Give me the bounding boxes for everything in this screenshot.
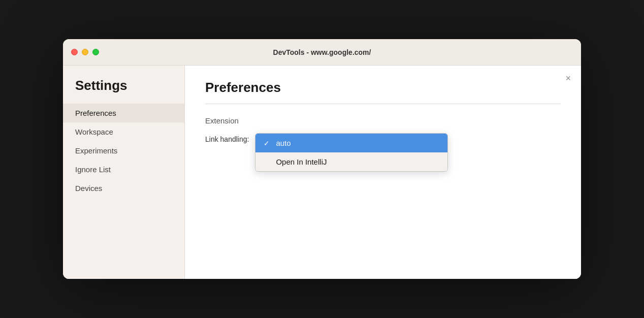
page-title: Preferences [205, 80, 561, 96]
link-handling-dropdown[interactable]: ✓ auto Open In IntelliJ [255, 133, 448, 172]
window-wrapper: DevTools - www.google.com/ Settings Pref… [63, 39, 581, 279]
field-label: Link handling: [205, 133, 249, 143]
titlebar-title: DevTools - www.google.com/ [273, 48, 371, 56]
close-button[interactable]: × [565, 74, 571, 83]
sidebar-item-workspace[interactable]: Workspace [63, 122, 184, 141]
titlebar: DevTools - www.google.com/ [63, 39, 581, 66]
option-auto-label: auto [276, 139, 291, 147]
sidebar-item-experiments[interactable]: Experiments [63, 141, 184, 160]
dropdown-option-auto[interactable]: ✓ auto [255, 134, 447, 152]
checkmark-icon: ✓ [264, 139, 272, 147]
link-handling-row: Link handling: ✓ auto Open In IntelliJ [205, 133, 561, 172]
traffic-lights [71, 49, 99, 55]
title-divider [205, 104, 561, 104]
content-area: Settings Preferences Workspace Experimen… [63, 66, 581, 279]
sidebar-item-devices[interactable]: Devices [63, 179, 184, 198]
main-content: × Preferences Extension Link handling: ✓… [185, 66, 581, 279]
maximize-traffic-light[interactable] [92, 49, 99, 55]
minimize-traffic-light[interactable] [82, 49, 88, 55]
sidebar-heading: Settings [63, 78, 184, 104]
option-intellij-label: Open In IntelliJ [276, 157, 327, 166]
dropdown-options-list: ✓ auto Open In IntelliJ [255, 133, 448, 172]
section-title: Extension [205, 116, 561, 125]
sidebar-item-ignore-list[interactable]: Ignore List [63, 160, 184, 179]
dropdown-option-intellij[interactable]: Open In IntelliJ [255, 152, 447, 171]
close-traffic-light[interactable] [71, 49, 78, 55]
devtools-window: DevTools - www.google.com/ Settings Pref… [63, 39, 581, 279]
sidebar-item-preferences[interactable]: Preferences [63, 104, 184, 122]
sidebar: Settings Preferences Workspace Experimen… [63, 66, 185, 279]
